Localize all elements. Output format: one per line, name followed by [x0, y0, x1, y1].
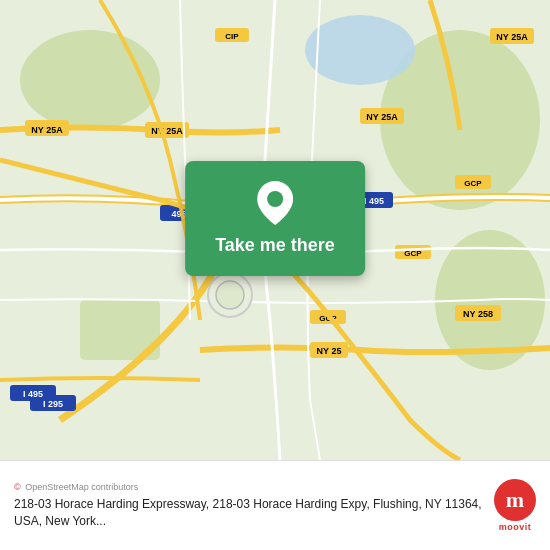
map-container: I 495 495 NY 25A NY 25A NY 25A NY 25 NY … [0, 0, 550, 460]
svg-point-5 [305, 15, 415, 85]
svg-text:CIP: CIP [225, 32, 239, 41]
moovit-brand: moovit [499, 522, 532, 532]
svg-point-36 [267, 191, 283, 207]
svg-text:NY 258: NY 258 [463, 309, 493, 319]
svg-text:GCP: GCP [464, 179, 482, 188]
svg-text:NY 25A: NY 25A [496, 32, 528, 42]
cta-button[interactable]: Take me there [185, 161, 365, 276]
svg-text:NY 25A: NY 25A [151, 126, 183, 136]
moovit-logo: m moovit [494, 479, 536, 532]
info-bar: © OpenStreetMap contributors 218-03 Hora… [0, 460, 550, 550]
location-pin-icon [257, 181, 293, 225]
copyright-text: OpenStreetMap contributors [25, 482, 138, 492]
copyright-icon: © [14, 482, 21, 492]
moovit-letter: m [506, 487, 524, 513]
svg-text:I 495: I 495 [23, 389, 43, 399]
svg-text:NY 25A: NY 25A [31, 125, 63, 135]
moovit-m-circle: m [494, 479, 536, 521]
cta-label: Take me there [215, 235, 335, 256]
svg-text:I 495: I 495 [364, 196, 384, 206]
address-text: 218-03 Horace Harding Expressway, 218-03… [14, 496, 482, 530]
svg-point-33 [216, 281, 244, 309]
info-left: © OpenStreetMap contributors 218-03 Hora… [14, 482, 482, 530]
svg-text:NY 25: NY 25 [317, 346, 342, 356]
copyright-line: © OpenStreetMap contributors [14, 482, 482, 492]
svg-text:NY 25A: NY 25A [366, 112, 398, 122]
svg-point-1 [20, 30, 160, 130]
